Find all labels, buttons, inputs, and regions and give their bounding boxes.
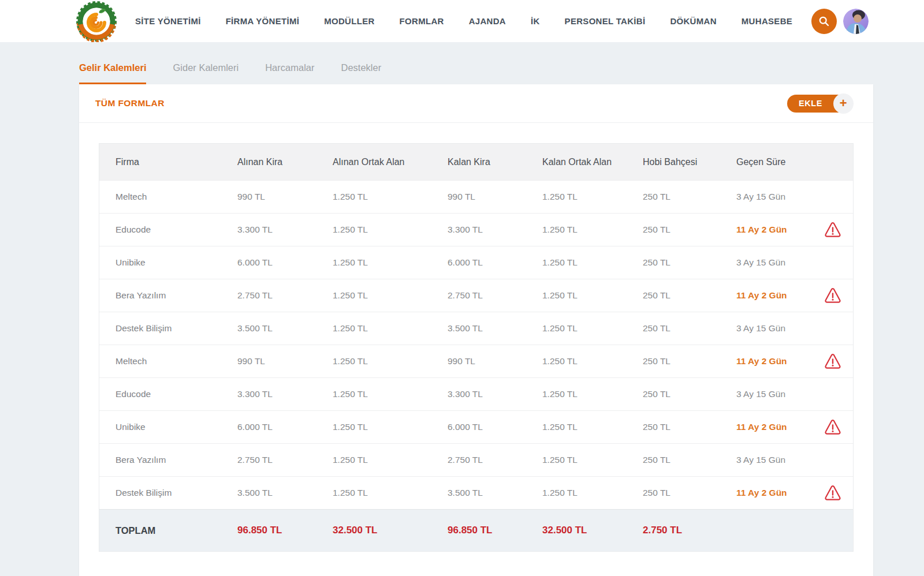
cell-kalan-kira: 6.000 TL — [431, 257, 526, 268]
cell-gecen-sure: 3 Ay 15 Gün — [720, 192, 808, 202]
warning-triangle-icon[interactable] — [824, 419, 841, 435]
column-header: Firma — [99, 157, 221, 167]
gear-badge-logo-icon — [75, 1, 118, 42]
cell-kalan-ortak-alan: 1.250 TL — [526, 257, 627, 268]
nav-item[interactable]: DÖKÜMAN — [670, 16, 716, 26]
total-alinan-ortak-alan: 32.500 TL — [316, 525, 431, 536]
forms-table: Firma Alınan Kira Alınan Ortak Alan Kala… — [99, 143, 854, 552]
cell-alinan-kira: 3.300 TL — [221, 389, 316, 399]
avatar-photo — [843, 9, 869, 34]
main-nav: SİTE YÖNETİMİ FİRMA YÖNETİMİ MODÜLLER FO… — [135, 16, 792, 26]
topbar-right — [811, 9, 869, 34]
table-row: Unibike 6.000 TL 1.250 TL 6.000 TL 1.250… — [99, 410, 853, 443]
nav-item[interactable]: İK — [531, 16, 540, 26]
cell-alinan-kira: 3.500 TL — [221, 323, 316, 334]
tab[interactable]: Gelir Kalemleri — [79, 62, 146, 84]
cell-firma: Unibike — [99, 422, 221, 432]
cell-alinan-ortak-alan: 1.250 TL — [316, 225, 431, 235]
cell-alinan-kira: 990 TL — [221, 192, 316, 202]
nav-item[interactable]: PERSONEL TAKİBİ — [565, 16, 646, 26]
cell-alinan-kira: 3.300 TL — [221, 225, 316, 235]
nav-item[interactable]: SİTE YÖNETİMİ — [135, 16, 201, 26]
cell-warning — [808, 287, 853, 304]
user-avatar[interactable] — [843, 9, 869, 34]
table-row: Bera Yazılım 2.750 TL 1.250 TL 2.750 TL … — [99, 443, 853, 476]
tab[interactable]: Gider Kalemleri — [173, 62, 239, 84]
warning-triangle-icon[interactable] — [824, 287, 841, 304]
cell-hobi-bahcesi: 250 TL — [627, 257, 720, 268]
cell-hobi-bahcesi: 250 TL — [627, 422, 720, 432]
column-header: Alınan Ortak Alan — [316, 157, 431, 167]
column-header: Alınan Kira — [221, 157, 316, 167]
cell-alinan-ortak-alan: 1.250 TL — [316, 356, 431, 366]
cell-alinan-kira: 2.750 TL — [221, 455, 316, 465]
warning-triangle-icon[interactable] — [824, 222, 841, 238]
cell-gecen-sure: 3 Ay 15 Gün — [720, 257, 808, 268]
nav-item[interactable]: MUHASEBE — [742, 16, 792, 26]
cell-alinan-ortak-alan: 1.250 TL — [316, 257, 431, 268]
total-kalan-kira: 96.850 TL — [431, 525, 526, 536]
column-header: Kalan Kira — [431, 157, 526, 167]
section-title: TÜM FORMLAR — [95, 98, 165, 109]
cell-kalan-ortak-alan: 1.250 TL — [526, 356, 627, 366]
cell-kalan-kira: 3.500 TL — [431, 488, 526, 498]
table-row: Educode 3.300 TL 1.250 TL 3.300 TL 1.250… — [99, 213, 853, 246]
add-button-label: EKLE — [799, 99, 822, 108]
cell-kalan-ortak-alan: 1.250 TL — [526, 225, 627, 235]
cell-kalan-kira: 3.500 TL — [431, 323, 526, 334]
tab[interactable]: Destekler — [341, 62, 381, 84]
total-label: TOPLAM — [99, 525, 221, 536]
cell-kalan-ortak-alan: 1.250 TL — [526, 192, 627, 202]
cell-hobi-bahcesi: 250 TL — [627, 389, 720, 399]
cell-gecen-sure: 11 Ay 2 Gün — [720, 422, 808, 432]
cell-warning — [808, 222, 853, 238]
cell-alinan-kira: 990 TL — [221, 356, 316, 366]
nav-item[interactable]: AJANDA — [469, 16, 506, 26]
nav-item[interactable]: FORMLAR — [400, 16, 444, 26]
cell-gecen-sure: 11 Ay 2 Gün — [720, 488, 808, 498]
add-button[interactable]: EKLE + — [787, 95, 847, 113]
warning-triangle-icon[interactable] — [824, 353, 841, 369]
cell-kalan-kira: 990 TL — [431, 192, 526, 202]
cell-kalan-ortak-alan: 1.250 TL — [526, 323, 627, 334]
top-navigation-bar: SİTE YÖNETİMİ FİRMA YÖNETİMİ MODÜLLER FO… — [0, 0, 924, 42]
table-row: Unibike 6.000 TL 1.250 TL 6.000 TL 1.250… — [99, 246, 853, 279]
column-header: Hobi Bahçesi — [627, 157, 720, 167]
cell-kalan-ortak-alan: 1.250 TL — [526, 389, 627, 399]
nav-item[interactable]: MODÜLLER — [324, 16, 374, 26]
cell-gecen-sure: 11 Ay 2 Gün — [720, 225, 808, 235]
cell-kalan-kira: 990 TL — [431, 356, 526, 366]
table-row: Bera Yazılım 2.750 TL 1.250 TL 2.750 TL … — [99, 279, 853, 312]
cell-kalan-kira: 2.750 TL — [431, 290, 526, 301]
table-row: Meltech 990 TL 1.250 TL 990 TL 1.250 TL … — [99, 180, 853, 213]
cell-hobi-bahcesi: 250 TL — [627, 356, 720, 366]
cell-kalan-ortak-alan: 1.250 TL — [526, 290, 627, 301]
cell-firma: Destek Bilişim — [99, 323, 221, 334]
cell-firma: Unibike — [99, 257, 221, 268]
plus-icon: + — [833, 93, 854, 114]
cell-kalan-kira: 3.300 TL — [431, 389, 526, 399]
cell-kalan-ortak-alan: 1.250 TL — [526, 455, 627, 465]
column-header: Geçen Süre — [720, 157, 808, 167]
cell-hobi-bahcesi: 250 TL — [627, 323, 720, 334]
table-row: Destek Bilişim 3.500 TL 1.250 TL 3.500 T… — [99, 312, 853, 345]
cell-alinan-ortak-alan: 1.250 TL — [316, 192, 431, 202]
warning-triangle-icon[interactable] — [824, 485, 841, 501]
column-header: Kalan Ortak Alan — [526, 157, 627, 167]
company-logo[interactable] — [75, 0, 118, 42]
cell-alinan-kira: 6.000 TL — [221, 422, 316, 432]
cell-alinan-ortak-alan: 1.250 TL — [316, 290, 431, 301]
cell-gecen-sure: 3 Ay 15 Gün — [720, 389, 808, 399]
cell-alinan-kira: 3.500 TL — [221, 488, 316, 498]
table-row: Destek Bilişim 3.500 TL 1.250 TL 3.500 T… — [99, 476, 853, 509]
cell-firma: Meltech — [99, 192, 221, 202]
nav-item[interactable]: FİRMA YÖNETİMİ — [226, 16, 300, 26]
cell-kalan-ortak-alan: 1.250 TL — [526, 488, 627, 498]
cell-gecen-sure: 3 Ay 15 Gün — [720, 323, 808, 334]
total-hobi-bahcesi: 2.750 TL — [627, 525, 720, 536]
table-body: Meltech 990 TL 1.250 TL 990 TL 1.250 TL … — [99, 180, 853, 509]
tab[interactable]: Harcamalar — [265, 62, 314, 84]
cell-hobi-bahcesi: 250 TL — [627, 192, 720, 202]
search-button[interactable] — [811, 9, 837, 34]
cell-firma: Bera Yazılım — [99, 455, 221, 465]
